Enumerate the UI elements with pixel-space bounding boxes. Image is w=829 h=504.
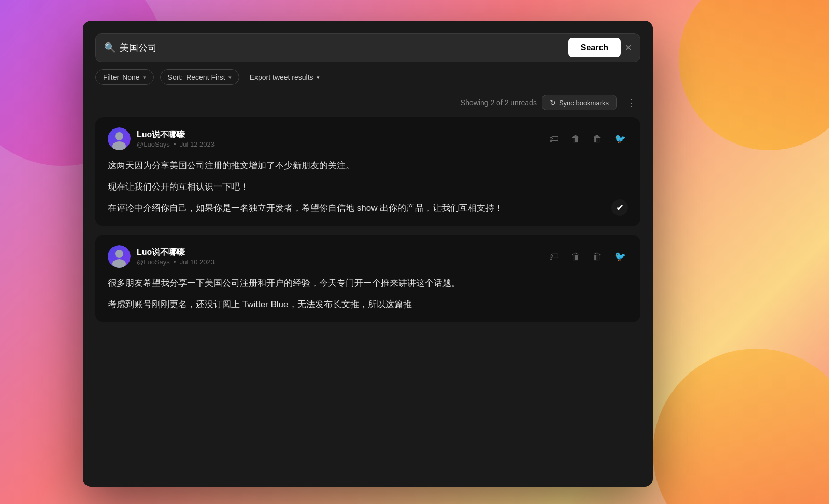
tweet-actions: 🏷 🗑 🗑 🐦 [547, 132, 628, 146]
tweet-author: Luo说不哪嚎 @LuoSays • Jul 10 2023 [108, 245, 215, 268]
author-name: Luo说不哪嚎 [137, 129, 215, 140]
tweet-content: 很多朋友希望我分享一下美国公司注册和开户的经验，今天专门开一个推来讲讲这个话题。… [108, 276, 628, 312]
tweet-author: Luo说不哪嚎 @LuoSays • Jul 12 2023 [108, 127, 215, 150]
bg-shape-bottom-right [653, 349, 829, 504]
author-name: Luo说不哪嚎 [137, 247, 215, 258]
export-chevron: ▾ [317, 74, 320, 81]
search-input[interactable] [120, 42, 564, 53]
tag-button[interactable]: 🏷 [547, 132, 561, 146]
filter-label: Filter [103, 73, 119, 81]
tweet-card: Luo说不哪嚎 @LuoSays • Jul 12 2023 🏷 🗑 🗑 🐦 [95, 117, 640, 226]
tweet-date: Jul 10 2023 [180, 258, 215, 266]
tag-button[interactable]: 🏷 [547, 250, 561, 263]
tweet-header: Luo说不哪嚎 @LuoSays • Jul 12 2023 🏷 🗑 🗑 🐦 [108, 127, 628, 150]
delete-button[interactable]: 🗑 [591, 132, 604, 146]
tweet-line-1: 这两天因为分享美国公司注册的推文增加了不少新朋友的关注。 [108, 159, 628, 174]
tweet-line-2: 考虑到账号刚刚更名，还没订阅上 Twitter Blue，无法发布长文推，所以这… [108, 297, 628, 312]
sort-dropdown[interactable]: Sort: Recent First ▾ [160, 69, 239, 85]
avatar [108, 245, 131, 268]
filter-value: None [122, 73, 139, 81]
author-handle: @LuoSays [137, 140, 170, 148]
twitter-link-button[interactable]: 🐦 [612, 250, 628, 263]
sync-icon: ↻ [550, 98, 556, 107]
status-text: Showing 2 of 2 unreads [461, 98, 537, 107]
tweets-container: Luo说不哪嚎 @LuoSays • Jul 12 2023 🏷 🗑 🗑 🐦 [83, 117, 653, 487]
archive-button[interactable]: 🗑 [569, 250, 582, 263]
search-bar: 🔍 Search × [95, 33, 640, 62]
tweet-line-1: 很多朋友希望我分享一下美国公司注册和开户的经验，今天专门开一个推来讲讲这个话题。 [108, 276, 628, 291]
sync-button[interactable]: ↻ Sync bookmarks [542, 95, 617, 110]
author-meta: @LuoSays • Jul 10 2023 [137, 258, 215, 266]
tweet-actions: 🏷 🗑 🗑 🐦 [547, 250, 628, 263]
author-info: Luo说不哪嚎 @LuoSays • Jul 12 2023 [137, 129, 215, 148]
tweet-date: Jul 12 2023 [180, 140, 215, 148]
export-label: Export tweet results [250, 73, 313, 81]
author-info: Luo说不哪嚎 @LuoSays • Jul 10 2023 [137, 247, 215, 266]
tweet-line-3: 在评论中介绍你自己，如果你是一名独立开发者，希望你自信地 show 出你的产品，… [108, 201, 628, 216]
tweet-card: Luo说不哪嚎 @LuoSays • Jul 10 2023 🏷 🗑 🗑 🐦 [95, 235, 640, 323]
filter-dropdown[interactable]: Filter None ▾ [95, 69, 154, 85]
filter-row: Filter None ▾ Sort: Recent First ▾ Expor… [83, 62, 653, 92]
sync-label: Sync bookmarks [559, 99, 609, 107]
close-button[interactable]: × [625, 42, 632, 53]
status-row: Showing 2 of 2 unreads ↻ Sync bookmarks … [83, 92, 653, 117]
search-area: 🔍 Search × [83, 21, 653, 62]
svg-point-1 [115, 132, 123, 140]
sort-chevron: ▾ [228, 74, 232, 81]
sort-value: Recent First [186, 73, 225, 81]
author-handle: @LuoSays [137, 258, 170, 266]
delete-button[interactable]: 🗑 [591, 250, 604, 263]
search-button[interactable]: Search [568, 38, 621, 57]
author-meta: @LuoSays • Jul 12 2023 [137, 140, 215, 148]
sort-label: Sort: [168, 73, 183, 81]
twitter-link-button[interactable]: 🐦 [612, 132, 628, 146]
bg-shape-top-right [679, 0, 829, 150]
tweet-line-2: 现在让我们公开的互相认识一下吧！ [108, 180, 628, 195]
tweet-content: 这两天因为分享美国公司注册的推文增加了不少新朋友的关注。 现在让我们公开的互相认… [108, 159, 628, 216]
tweet-header: Luo说不哪嚎 @LuoSays • Jul 10 2023 🏷 🗑 🗑 🐦 [108, 245, 628, 268]
avatar [108, 127, 131, 150]
verified-badge: ✔ [611, 199, 628, 216]
archive-button[interactable]: 🗑 [569, 132, 582, 146]
more-options-button[interactable]: ⋮ [622, 94, 640, 111]
filter-chevron: ▾ [143, 74, 146, 81]
search-icon: 🔍 [104, 42, 116, 53]
svg-point-4 [115, 250, 123, 258]
app-window: 🔍 Search × Filter None ▾ Sort: Recent Fi… [83, 21, 653, 487]
export-button[interactable]: Export tweet results ▾ [246, 70, 324, 84]
